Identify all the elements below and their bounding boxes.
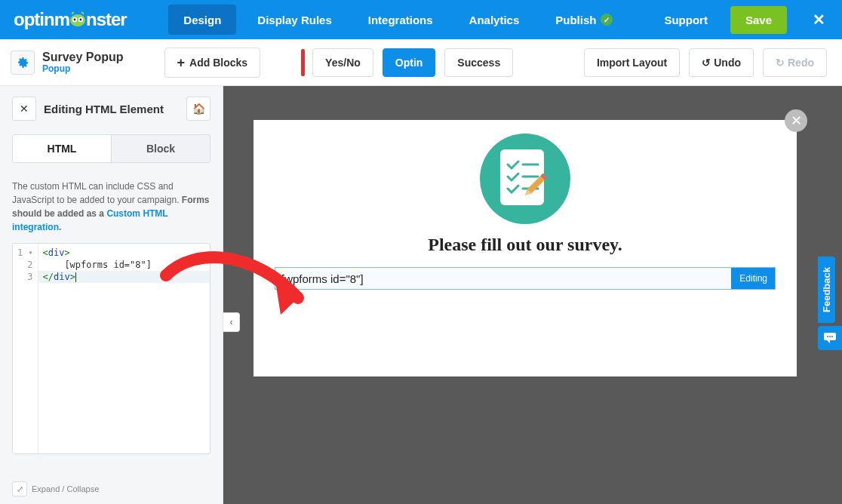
nav-tab-display-rules[interactable]: Display Rules <box>242 5 346 35</box>
step-yesno-button[interactable]: Yes/No <box>312 48 373 77</box>
home-icon: 🏠 <box>192 103 205 115</box>
code-editor[interactable]: 1 ▾ 2 3 <div> [wpforms id="8"] </div> <box>12 243 210 454</box>
brand-logo-text: optinmnster <box>14 9 127 30</box>
check-icon: ✓ <box>601 14 613 26</box>
add-blocks-button[interactable]: + Add Blocks <box>164 48 261 78</box>
step-group: + Add Blocks Yes/No Optin Success <box>160 48 518 78</box>
help-text: The custom HTML can include CSS and Java… <box>12 180 210 234</box>
checklist-icon <box>497 146 553 211</box>
popup-html-content: [wpforms id="8"] <box>281 272 364 285</box>
popup-preview[interactable]: ✕ <box>254 120 797 376</box>
nav-tab-publish-label: Publish <box>555 14 596 26</box>
collapse-panel-button[interactable]: ‹ <box>223 312 240 332</box>
undo-button[interactable]: ↺ Undo <box>689 48 754 77</box>
chat-icon <box>824 333 836 343</box>
sub-toolbar: Survey Popup Popup + Add Blocks Yes/No O… <box>0 39 842 86</box>
canvas[interactable]: ‹ ✕ <box>223 86 842 504</box>
svg-point-4 <box>80 19 82 21</box>
survey-icon <box>480 134 570 224</box>
panel-header: ✕ Editing HTML Element 🏠 <box>12 97 210 121</box>
svg-point-15 <box>827 336 828 337</box>
chevron-left-icon: ‹ <box>230 317 233 327</box>
gear-icon <box>17 57 29 69</box>
code-content[interactable]: <div> [wpforms id="8"] </div> <box>38 244 210 453</box>
panel-title: Editing HTML Element <box>44 103 164 115</box>
code-gutter: 1 ▾ 2 3 <box>13 244 38 453</box>
feedback-widget: Feedback <box>818 257 842 350</box>
redo-label: Redo <box>788 57 814 69</box>
nav-tab-analytics[interactable]: Analytics <box>454 5 535 35</box>
body: ✕ Editing HTML Element 🏠 HTML Block The … <box>0 86 842 504</box>
step-divider <box>301 49 305 76</box>
expand-collapse-button[interactable]: ⤢ Expand / Collapse <box>12 481 99 496</box>
panel-close-button[interactable]: ✕ <box>12 97 36 121</box>
toolbar-right: Import Layout ↺ Undo ↻ Redo <box>579 48 831 77</box>
feedback-button[interactable]: Feedback <box>818 257 835 323</box>
feedback-chat-button[interactable] <box>818 326 842 350</box>
monster-icon <box>68 11 88 28</box>
popup-html-block[interactable]: [wpforms id="8"] Editing <box>275 267 776 290</box>
import-layout-button[interactable]: Import Layout <box>584 48 680 77</box>
campaign-type[interactable]: Popup <box>42 63 124 74</box>
svg-point-17 <box>831 336 833 337</box>
popup-headline[interactable]: Please fill out our survey. <box>428 235 622 255</box>
close-icon: ✕ <box>791 112 802 129</box>
svg-marker-14 <box>827 340 830 343</box>
step-optin-button[interactable]: Optin <box>383 48 436 77</box>
brand-logo[interactable]: optinmnster <box>14 9 127 30</box>
panel-home-button[interactable]: 🏠 <box>186 97 210 121</box>
plus-icon: + <box>177 56 186 69</box>
top-nav: optinmnster Design Display Rules Integra… <box>0 0 842 39</box>
svg-point-3 <box>74 19 76 21</box>
panel-tabs: HTML Block <box>12 134 210 163</box>
nav-right: Support Save ✕ <box>638 6 842 34</box>
panel-tab-block[interactable]: Block <box>111 135 210 162</box>
redo-icon: ↻ <box>776 57 785 69</box>
expand-icon: ⤢ <box>12 481 27 496</box>
editing-badge: Editing <box>731 268 775 289</box>
popup-content: Please fill out our survey. [wpforms id=… <box>254 120 797 290</box>
expand-label: Expand / Collapse <box>32 484 99 493</box>
undo-label: Undo <box>714 57 741 69</box>
save-button[interactable]: Save <box>730 6 787 34</box>
close-icon: ✕ <box>813 11 825 28</box>
nav-close-button[interactable]: ✕ <box>796 11 842 29</box>
popup-close-button[interactable]: ✕ <box>785 109 807 132</box>
redo-button[interactable]: ↻ Redo <box>763 48 827 77</box>
nav-tab-publish[interactable]: Publish ✓ <box>540 5 628 35</box>
campaign-settings-button[interactable] <box>11 51 35 75</box>
nav-tab-design[interactable]: Design <box>168 5 236 35</box>
nav-tabs: Design Display Rules Integrations Analyt… <box>165 0 631 39</box>
campaign-meta: Survey Popup Popup <box>42 51 124 75</box>
text-cursor <box>75 272 76 282</box>
fold-icon[interactable]: ▾ <box>28 247 32 259</box>
nav-tab-integrations[interactable]: Integrations <box>353 5 448 35</box>
left-panel: ✕ Editing HTML Element 🏠 HTML Block The … <box>0 86 223 504</box>
undo-icon: ↺ <box>702 57 711 69</box>
campaign-title: Survey Popup <box>42 51 124 64</box>
step-success-button[interactable]: Success <box>444 48 513 77</box>
panel-tab-html[interactable]: HTML <box>13 135 111 162</box>
add-blocks-label: Add Blocks <box>189 57 247 69</box>
svg-point-16 <box>829 336 831 337</box>
close-icon: ✕ <box>20 103 29 115</box>
nav-support[interactable]: Support <box>649 14 723 26</box>
